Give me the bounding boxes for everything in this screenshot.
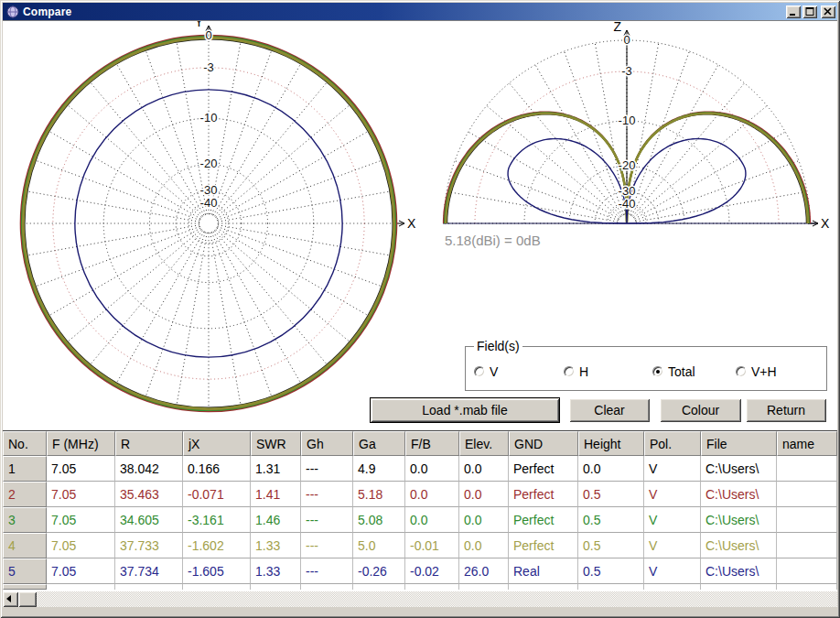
table-cell	[405, 584, 459, 590]
ring-label: -20	[619, 158, 636, 172]
return-button[interactable]: Return	[746, 398, 826, 422]
scroll-left-button[interactable]	[3, 591, 18, 607]
grid-spoke	[595, 43, 625, 214]
column-header-fmhz[interactable]: F (MHz)	[47, 431, 115, 456]
ring-label: -30	[619, 184, 636, 198]
clear-button[interactable]: Clear	[569, 398, 650, 422]
minimize-button[interactable]	[786, 5, 801, 18]
grid-ring	[618, 214, 636, 223]
ring-label: -40	[200, 196, 218, 210]
table-cell: V	[644, 533, 701, 558]
table-cell	[459, 584, 509, 590]
maximize-button[interactable]	[802, 5, 817, 18]
grid-spoke	[176, 233, 207, 408]
table-cell: 0.5	[578, 482, 644, 507]
table-cell: 34.605	[115, 507, 183, 533]
axis-top-label: Y	[195, 21, 204, 29]
table-row[interactable]: 57.0537.734-1.6051.33----0.26-0.0226.0Re…	[3, 558, 837, 584]
table-cell	[3, 584, 47, 590]
grid-spoke	[535, 65, 622, 216]
row-number-cell[interactable]: 3	[3, 507, 47, 533]
grid-ring	[524, 121, 729, 223]
table-cell: 26.0	[459, 558, 509, 584]
column-header-no[interactable]: No.	[3, 431, 47, 456]
grid-spoke	[631, 65, 718, 216]
table-cell: 0.0	[405, 482, 459, 507]
right-arrow-icon	[399, 221, 404, 226]
column-header-gnd[interactable]: GND	[509, 431, 578, 456]
column-header-ga[interactable]: Ga	[353, 431, 405, 456]
grid-ring	[176, 190, 242, 256]
column-header-pol[interactable]: Pol.	[644, 431, 701, 456]
table-cell: 5.0	[353, 533, 405, 558]
column-header-height[interactable]: Height	[578, 431, 644, 456]
table-cell: 5.18	[353, 482, 405, 507]
grid-spoke	[145, 233, 206, 400]
table-cell	[353, 584, 405, 590]
column-header-name[interactable]: name	[777, 431, 837, 456]
row-number-cell[interactable]: 2	[3, 482, 47, 507]
column-header-elev[interactable]: Elev.	[459, 431, 509, 456]
table-row[interactable]: 17.0538.0420.1661.31---4.90.00.0Perfect0…	[3, 456, 837, 482]
client-area: YX0-3-10-20-30-40ZX0-3-10-20-30-40 5.18(…	[3, 20, 837, 615]
table-header-row: No.F (MHz)RjXSWRGhGaF/BElev.GNDHeightPol…	[3, 431, 837, 456]
radio-label: Total	[668, 364, 695, 379]
grid-ring	[188, 203, 228, 243]
grid-spoke	[213, 60, 302, 215]
table-row[interactable]: 27.0535.463-0.0711.41---5.180.00.0Perfec…	[3, 482, 837, 507]
column-header-gh[interactable]: Gh	[301, 431, 353, 456]
up-arrow-icon	[206, 26, 211, 31]
load-mab-button[interactable]: Load *.mab file	[371, 398, 559, 422]
grid-spoke	[46, 130, 200, 219]
colour-button[interactable]: Colour	[660, 398, 741, 422]
table-row[interactable]: 37.0534.605-3.1611.46---5.080.00.0Perfec…	[3, 507, 837, 533]
grid-spoke	[32, 227, 199, 288]
table-cell	[509, 584, 578, 590]
table-cell	[777, 558, 837, 584]
table-cell: Perfect	[509, 482, 578, 507]
grid-spoke	[213, 232, 302, 386]
table-cell: V	[644, 456, 701, 482]
row-number-cell[interactable]: 5	[3, 558, 47, 584]
column-header-jx[interactable]: jX	[183, 431, 251, 456]
table-row[interactable]: 47.0537.733-1.6021.33---5.0-0.010.0Perfe…	[3, 533, 837, 558]
table-cell: C:\Users\	[701, 558, 777, 584]
trace-antenna-3	[22, 37, 394, 409]
grid-spoke	[88, 231, 202, 367]
grid-ring	[444, 40, 810, 223]
grid-spoke	[217, 228, 372, 317]
trace-antenna-1	[25, 39, 393, 408]
column-header-file[interactable]: File	[701, 431, 777, 456]
row-number-cell[interactable]: 1	[3, 456, 47, 482]
right-arrow-icon	[813, 221, 818, 226]
results-table: No.F (MHz)RjXSWRGhGaF/BElev.GNDHeightPol…	[3, 430, 837, 590]
radio-total[interactable]: Total	[652, 364, 695, 379]
row-number-cell[interactable]: 4	[3, 533, 47, 558]
table-cell: 0.0	[459, 482, 509, 507]
column-header-fb[interactable]: F/B	[405, 431, 459, 456]
grid-spoke	[145, 47, 206, 214]
radio-v[interactable]: V	[474, 364, 498, 379]
column-header-r[interactable]: R	[115, 431, 183, 456]
table-cell: ---	[301, 533, 353, 558]
table-cell	[777, 584, 837, 590]
app-window: Compare YX0-3-10-20-30-40ZX0-3-10-20-30-…	[0, 0, 840, 618]
grid-spoke	[24, 190, 199, 222]
horizontal-scrollbar[interactable]	[3, 591, 837, 607]
table-cell: ---	[301, 456, 353, 482]
grid-spoke	[212, 233, 274, 400]
table-cell: 1.31	[251, 456, 301, 482]
close-button[interactable]	[821, 5, 835, 18]
scrollbar-thumb[interactable]	[18, 591, 37, 607]
grid-ring	[53, 68, 364, 379]
axis-top-label: Z	[613, 21, 621, 34]
table-cell: 0.5	[578, 533, 644, 558]
gain-reference-label: 5.18(dBi) = 0dB	[445, 233, 541, 248]
table-cell: 37.734	[115, 558, 183, 584]
table-cell: Perfect	[509, 533, 578, 558]
grid-spoke	[24, 225, 199, 256]
radio-h[interactable]: H	[564, 364, 588, 379]
title-bar[interactable]: Compare	[3, 3, 837, 20]
radio-vplush[interactable]: V+H	[736, 364, 777, 379]
column-header-swr[interactable]: SWR	[251, 431, 301, 456]
